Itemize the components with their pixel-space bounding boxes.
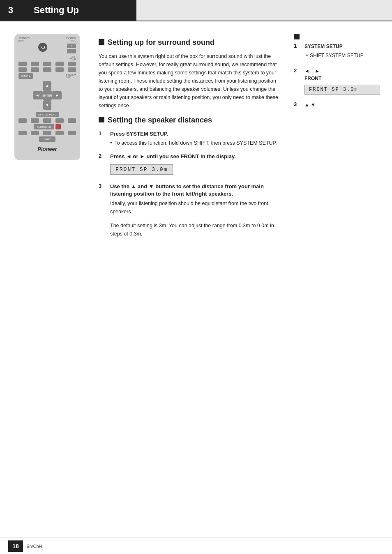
surround-indicator — [55, 124, 61, 129]
step-3-heading: Use the ▲ and ▼ buttons to set the dista… — [110, 183, 279, 198]
remote-illustration: STANDBYI/ON SYSTEMVOL ⏻ + − TESTTONE — [14, 34, 80, 160]
step-2-heading: Press ◄ or ► until you see FRONT in the … — [110, 153, 236, 160]
step-3-num: 3 — [99, 183, 105, 189]
right-step-3-arrows: ▲ ▼ — [304, 102, 316, 108]
right-step-2-display: FRONT SP 3.0m — [304, 85, 380, 95]
surround-button[interactable]: SURROUND — [34, 124, 54, 129]
step-2-num: 2 — [99, 153, 105, 159]
system-menu-button[interactable]: SYSTEM MENU — [36, 112, 59, 117]
right-front-label: FRONT — [304, 76, 321, 81]
main-content: STANDBYI/ON SYSTEMVOL ⏻ + − TESTTONE — [0, 21, 392, 538]
btn-7[interactable] — [31, 67, 39, 72]
right-step-3-num: 3 — [294, 101, 300, 107]
right-step-1-content: SYSTEM SETUP • SHIFT SYSTEM SETUP — [304, 43, 364, 61]
btn-13[interactable] — [43, 118, 51, 123]
right-step-1: 1 SYSTEM SETUP • SHIFT SYSTEM SETUP — [294, 43, 380, 61]
btn-14[interactable] — [55, 118, 64, 123]
right-column: 1 SYSTEM SETUP • SHIFT SYSTEM SETUP 2 ◄ … — [288, 34, 386, 538]
btn-4[interactable] — [55, 62, 64, 66]
test-tone-label: TESTTONE — [69, 55, 76, 60]
power-button[interactable]: ⏻ — [38, 43, 47, 52]
dpad-up[interactable]: ▲ — [43, 81, 51, 90]
right-step-2-num: 2 — [294, 67, 300, 74]
dpad-left[interactable]: ◄ — [33, 91, 42, 99]
dpad: ▲ ▼ ◄ ► ENTER — [33, 81, 62, 110]
right-step-2-header: 2 ◄ ► FRONT — [294, 67, 380, 82]
btn-10[interactable] — [68, 67, 76, 72]
btn-15[interactable] — [68, 118, 76, 123]
step-2-display: FRONT SP 3.0m — [110, 164, 173, 175]
vol-down-button[interactable]: − — [67, 49, 76, 53]
pioneer-logo: Pioneer — [18, 146, 76, 152]
right-step-2-content: ◄ ► FRONT — [304, 67, 321, 82]
btn-20[interactable] — [68, 131, 76, 135]
btn-16[interactable] — [18, 131, 27, 135]
btn-17[interactable] — [31, 131, 39, 135]
setup-button[interactable]: SETUP ▼ — [18, 73, 33, 79]
chapter-number: 3 — [0, 0, 21, 21]
bullet-dot-1: • — [110, 139, 112, 147]
vol-buttons: + − — [67, 44, 76, 53]
right-step-1-header: 1 SYSTEM SETUP • SHIFT SYSTEM SETUP — [294, 43, 380, 61]
dpad-down[interactable]: ▼ — [43, 101, 51, 110]
header-right — [136, 0, 392, 21]
section1-title: Setting up for surround sound — [108, 38, 214, 47]
section1-body: You can use this system right out of the… — [99, 52, 279, 110]
standby-label: STANDBYI/ON — [18, 37, 30, 42]
btn-row-2 — [18, 67, 76, 72]
btn-3[interactable] — [43, 62, 51, 66]
remote-top-labels: STANDBYI/ON SYSTEMVOL — [18, 37, 76, 42]
btn-row-1 — [18, 62, 76, 66]
step-1-bullet: • To access this function, hold down SHI… — [110, 139, 279, 147]
section1-heading: Setting up for surround sound — [99, 38, 279, 47]
right-bullet-dot: • — [306, 52, 308, 59]
right-step-3-content: ▲ ▼ — [304, 101, 316, 108]
section2-heading: Setting the speaker distances — [99, 115, 279, 125]
step-2-header: 2 Press ◄ or ► until you see FRONT in th… — [99, 153, 279, 160]
step-1: 1 Press SYSTEM SETUP. • To access this f… — [99, 130, 279, 147]
section1-square — [99, 39, 104, 45]
right-step-2-arrows: ◄ ► — [304, 68, 320, 74]
step-1-heading: Press SYSTEM SETUP. — [110, 130, 168, 138]
btn-19[interactable] — [55, 131, 64, 135]
btn-8[interactable] — [43, 67, 51, 72]
left-column: STANDBYI/ON SYSTEMVOL ⏻ + − TESTTONE — [0, 34, 90, 538]
page-number: 18 — [8, 540, 23, 552]
btn-12[interactable] — [31, 118, 39, 123]
right-step-2: 2 ◄ ► FRONT FRONT SP 3.0m — [294, 67, 380, 95]
page-header: 3 Setting Up — [0, 0, 392, 21]
btn-9[interactable] — [55, 67, 64, 72]
right-step-1-bullet: • SHIFT SYSTEM SETUP — [304, 52, 364, 59]
btn-11[interactable] — [18, 118, 27, 123]
btn-5[interactable] — [68, 62, 76, 66]
step-1-body: • To access this function, hold down SHI… — [99, 139, 279, 147]
enter-button[interactable]: ENTER — [41, 89, 53, 102]
page-footer: 18 En/ChH — [0, 538, 392, 554]
btn-1[interactable] — [18, 62, 27, 66]
step-3-header: 3 Use the ▲ and ▼ buttons to set the dis… — [99, 183, 279, 198]
vol-up-button[interactable]: + — [67, 44, 76, 48]
step-3-body2: The default setting is 3m. You can adjus… — [110, 222, 279, 238]
right-section-square — [294, 34, 300, 39]
step-1-num: 1 — [99, 130, 105, 136]
surround-row: SURROUND — [18, 124, 76, 129]
setup-row: SETUP ▼ SYSTEMDVD — [18, 73, 76, 79]
right-step-1-num: 1 — [294, 43, 300, 49]
btn-row-3 — [18, 118, 76, 123]
btn-row-4 — [18, 131, 76, 135]
step-1-bullet-text: To access this function, hold down SHIFT… — [115, 139, 277, 147]
dpad-right[interactable]: ► — [53, 91, 62, 99]
shift-row: SHIFT — [18, 136, 76, 142]
section2-title: Setting the speaker distances — [108, 115, 212, 125]
step-1-header: 1 Press SYSTEM SETUP. — [99, 130, 279, 138]
step-3: 3 Use the ▲ and ▼ buttons to set the dis… — [99, 183, 279, 238]
shift-button[interactable]: SHIFT — [39, 136, 55, 142]
btn-6[interactable] — [18, 67, 27, 72]
footer-lang: En/ChH — [26, 544, 42, 549]
system-dvd-label: SYSTEMDVD — [66, 74, 76, 78]
right-system-setup-label: SYSTEM SETUP — [304, 44, 343, 49]
btn-18[interactable] — [43, 131, 51, 135]
right-step-3-header: 3 ▲ ▼ — [294, 101, 380, 108]
right-step-3: 3 ▲ ▼ — [294, 101, 380, 108]
btn-2[interactable] — [31, 62, 39, 66]
